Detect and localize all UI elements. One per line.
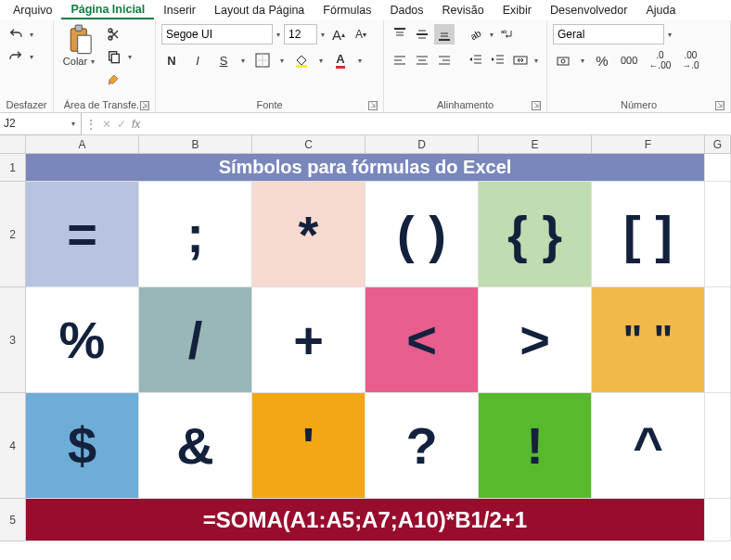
row-header-4[interactable]: 4: [0, 393, 26, 499]
font-launcher-icon[interactable]: ⇲: [368, 101, 378, 110]
fill-dropdown-icon[interactable]: ▾: [317, 57, 325, 65]
align-launcher-icon[interactable]: ⇲: [532, 101, 541, 110]
menu-item-arquivo[interactable]: Arquivo: [4, 2, 61, 19]
comma-button[interactable]: 000: [618, 50, 640, 70]
col-header-d[interactable]: D: [366, 135, 479, 154]
cell-f3[interactable]: " ": [592, 287, 705, 393]
cell-e3[interactable]: >: [479, 287, 592, 393]
number-format-dropdown-icon[interactable]: ▾: [666, 31, 673, 39]
cell-a2[interactable]: =: [26, 182, 139, 287]
select-all-corner[interactable]: [0, 135, 26, 154]
col-header-g[interactable]: G: [705, 135, 731, 154]
increase-decimal-button[interactable]: .0←.00: [646, 50, 673, 70]
col-header-f[interactable]: F: [592, 135, 705, 154]
cell-a4[interactable]: $: [26, 393, 139, 499]
align-left-button[interactable]: [390, 50, 410, 70]
cell-c2[interactable]: *: [252, 182, 366, 287]
menu-item-formulas[interactable]: Fórmulas: [314, 2, 380, 19]
cell-e4[interactable]: !: [479, 393, 592, 499]
copy-button[interactable]: [104, 46, 124, 67]
menu-item-revisao[interactable]: Revisão: [433, 2, 494, 19]
cell-b2[interactable]: ;: [139, 182, 252, 287]
borders-button[interactable]: [252, 50, 273, 70]
font-name-dropdown-icon[interactable]: ▾: [275, 31, 282, 39]
align-center-button[interactable]: [412, 50, 432, 70]
increase-font-button[interactable]: A▴: [328, 24, 349, 45]
formula-input[interactable]: [144, 114, 731, 134]
accept-formula-icon[interactable]: ✓: [117, 118, 126, 131]
orientation-dropdown-icon[interactable]: ▾: [488, 31, 495, 39]
align-middle-button[interactable]: [412, 24, 432, 45]
align-bottom-button[interactable]: [434, 24, 455, 45]
cell-formula-example[interactable]: =SOMA(A1:A5;A7;A10)*B1/2+1: [26, 499, 705, 541]
name-box-dropdown-icon[interactable]: ▾: [70, 120, 77, 128]
undo-button[interactable]: [6, 24, 26, 45]
clipboard-launcher-icon[interactable]: ⇲: [140, 101, 149, 110]
menu-item-ajuda[interactable]: Ajuda: [636, 2, 685, 19]
percent-button[interactable]: %: [592, 50, 612, 70]
cell-g5[interactable]: [705, 499, 731, 541]
fx-icon[interactable]: fx: [132, 118, 140, 131]
wrap-text-button[interactable]: ab: [497, 24, 518, 45]
cancel-formula-icon[interactable]: ✕: [102, 118, 111, 131]
cell-d2[interactable]: ( ): [366, 182, 479, 287]
cell-g1[interactable]: [705, 154, 731, 182]
menu-item-dados[interactable]: Dados: [380, 2, 432, 19]
font-color-button[interactable]: A: [330, 50, 351, 70]
name-box[interactable]: J2 ▾: [0, 113, 82, 135]
row-header-3[interactable]: 3: [0, 287, 26, 393]
increase-indent-button[interactable]: [488, 50, 508, 70]
cell-g2[interactable]: [705, 182, 731, 287]
italic-button[interactable]: I: [187, 50, 208, 70]
number-format-select[interactable]: [553, 24, 664, 45]
fill-color-button[interactable]: [291, 50, 312, 70]
menu-item-inserir[interactable]: Inserir: [154, 2, 205, 19]
cell-d4[interactable]: ?: [366, 393, 479, 499]
cell-f4[interactable]: ^: [592, 393, 705, 499]
underline-dropdown-icon[interactable]: ▾: [239, 57, 247, 65]
row-header-5[interactable]: 5: [0, 499, 26, 541]
cell-g3[interactable]: [705, 287, 731, 393]
cell-title[interactable]: Símbolos para fórmulas do Excel: [26, 154, 705, 182]
row-header-1[interactable]: 1: [0, 154, 26, 182]
col-header-b[interactable]: B: [139, 135, 252, 154]
font-color-dropdown-icon[interactable]: ▾: [356, 57, 364, 65]
merge-dropdown-icon[interactable]: ▾: [532, 57, 540, 65]
number-launcher-icon[interactable]: ⇲: [715, 101, 725, 110]
redo-dropdown-icon[interactable]: ▾: [28, 53, 35, 61]
cell-f2[interactable]: [ ]: [592, 182, 705, 287]
format-painter-button[interactable]: [104, 69, 124, 89]
cell-a3[interactable]: %: [26, 287, 139, 393]
font-size-dropdown-icon[interactable]: ▾: [319, 31, 327, 39]
bold-button[interactable]: N: [161, 50, 182, 70]
font-name-select[interactable]: [161, 24, 273, 45]
cell-c3[interactable]: +: [252, 287, 366, 393]
col-header-c[interactable]: C: [252, 135, 366, 154]
col-header-a[interactable]: A: [26, 135, 139, 154]
cell-e2[interactable]: { }: [479, 182, 592, 287]
decrease-indent-button[interactable]: [466, 50, 486, 70]
cell-c4[interactable]: ': [252, 393, 366, 499]
align-right-button[interactable]: [434, 50, 455, 70]
merge-button[interactable]: [510, 50, 531, 70]
paste-dropdown-icon[interactable]: ▾: [89, 57, 96, 66]
menu-item-exibir[interactable]: Exibir: [494, 2, 541, 19]
borders-dropdown-icon[interactable]: ▾: [278, 57, 286, 65]
menu-item-desenvolvedor[interactable]: Desenvolvedor: [541, 2, 636, 19]
menu-item-layout[interactable]: Layout da Página: [205, 2, 314, 19]
undo-dropdown-icon[interactable]: ▾: [28, 31, 35, 39]
align-top-button[interactable]: [390, 24, 410, 45]
currency-button[interactable]: [553, 50, 573, 70]
orientation-button[interactable]: ab: [466, 24, 486, 45]
row-header-2[interactable]: 2: [0, 182, 26, 287]
decrease-font-button[interactable]: A▾: [351, 24, 371, 45]
col-header-e[interactable]: E: [479, 135, 592, 154]
paste-button[interactable]: Colar▾: [59, 24, 100, 67]
menu-item-pagina-inicial[interactable]: Página Inicial: [61, 1, 154, 19]
redo-button[interactable]: [6, 46, 26, 67]
font-size-select[interactable]: [284, 24, 317, 45]
cut-button[interactable]: [104, 24, 124, 45]
cell-g4[interactable]: [705, 393, 731, 499]
cell-d3[interactable]: <: [366, 287, 479, 393]
copy-dropdown-icon[interactable]: ▾: [126, 53, 134, 61]
